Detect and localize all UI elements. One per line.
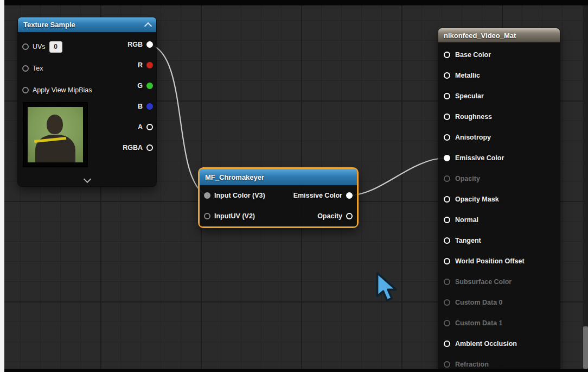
material-pin-label: Refraction [455,361,489,368]
material-node-body: Base ColorMetallicSpecularRoughnessAniso… [438,42,560,372]
material-pin-world-position-offset[interactable]: World Position Offset [444,251,558,272]
material-pin-icon[interactable] [444,52,450,58]
material-pin-icon[interactable] [444,175,450,182]
collapse-up-icon[interactable] [144,22,152,29]
texture-input-row-tex[interactable]: Tex [22,58,92,79]
material-pin-opacity-mask[interactable]: Opacity Mask [444,189,558,210]
material-pin-metallic[interactable]: Metallic [444,65,558,86]
letterbox-top [4,0,588,5]
emissive-color-out-pin-icon[interactable] [346,192,353,199]
material-pin-icon[interactable] [444,155,450,161]
output-pin-icon[interactable] [146,62,153,68]
texture-input-label: Apply View MipBias [33,86,92,94]
texture-output-label: RGB [127,41,143,48]
material-pin-icon[interactable] [444,279,450,285]
material-pin-opacity[interactable]: Opacity [444,168,558,189]
scrollbar-thumb[interactable] [583,326,588,369]
material-pin-label: Custom Data 1 [455,319,503,327]
material-pin-icon[interactable] [444,341,450,347]
material-pin-emissive-color[interactable]: Emissive Color [444,148,558,168]
texture-output-label: B [138,103,143,110]
output-pin-icon[interactable] [146,83,153,89]
material-pin-anisotropy[interactable]: Anisotropy [444,127,558,148]
material-pin-custom-data-0[interactable]: Custom Data 0 [444,292,558,313]
texture-output-row-g[interactable]: G [123,75,153,96]
material-pin-roughness[interactable]: Roughness [444,106,558,127]
material-pin-label: Emissive Color [455,154,504,162]
page-edge-strip [0,0,4,372]
opacity-out-pin-icon[interactable] [346,213,353,219]
material-pin-label: Roughness [455,113,492,121]
material-pin-tangent[interactable]: Tangent [444,230,558,251]
input-color-label: Input Color (V3) [214,192,265,199]
material-pin-icon[interactable] [444,93,450,99]
material-pin-label: Anisotropy [455,134,491,141]
emissive-color-out-label: Emissive Color [293,192,342,199]
input-uv-pin-icon[interactable] [204,213,210,219]
material-pin-list: Base ColorMetallicSpecularRoughnessAniso… [444,45,558,372]
texture-output-label: RGBA [123,144,143,152]
material-pin-custom-data-1[interactable]: Custom Data 1 [444,313,558,333]
material-pin-label: Subsurface Color [455,278,512,286]
material-pin-icon[interactable] [444,299,450,306]
chroma-node-header[interactable]: MF_Chromakeyer [200,169,357,185]
output-pin-icon[interactable] [146,144,153,151]
material-pin-label: Metallic [455,72,480,79]
material-pin-icon[interactable] [444,237,450,244]
material-node-title: nikonfeed_Video_Mat [444,31,516,40]
material-pin-icon[interactable] [444,114,450,120]
texture-node-header[interactable]: Texture Sample [18,17,156,32]
texture-node-body: UVs0TexApply View MipBias RGBRGBARGBA [18,32,156,186]
material-graph-canvas[interactable]: Texture Sample UVs0TexApply View MipBias… [0,0,588,372]
material-pin-label: World Position Offset [455,257,525,265]
texture-output-row-rgb[interactable]: RGB [123,34,153,55]
material-pin-icon[interactable] [444,196,450,203]
texture-node-title: Texture Sample [23,21,75,29]
opacity-out-label: Opacity [317,212,342,220]
material-pin-base-color[interactable]: Base Color [444,45,558,65]
material-pin-ambient-occlusion[interactable]: Ambient Occlusion [444,333,558,354]
material-pin-label: Custom Data 0 [455,299,503,306]
chroma-row-2: InputUV (V2) Opacity [200,206,357,226]
output-pin-icon[interactable] [146,124,153,130]
material-pin-specular[interactable]: Specular [444,86,558,106]
input-color-pin-icon[interactable] [204,192,210,199]
output-pin-icon[interactable] [146,103,153,110]
input-pin-icon[interactable] [22,43,29,50]
output-pin-icon[interactable] [146,41,153,48]
material-pin-icon[interactable] [444,134,450,141]
expand-down-icon[interactable] [83,175,91,183]
material-pin-icon[interactable] [444,258,450,264]
material-node-header[interactable]: nikonfeed_Video_Mat [438,28,560,42]
input-pin-icon[interactable] [22,87,29,93]
material-pin-icon[interactable] [444,361,450,368]
texture-input-label: Tex [33,65,43,72]
node-texture-sample[interactable]: Texture Sample UVs0TexApply View MipBias… [18,17,156,186]
material-pin-label: Opacity Mask [455,196,499,203]
material-pin-normal[interactable]: Normal [444,210,558,230]
texture-output-row-a[interactable]: A [123,117,153,137]
material-pin-icon[interactable] [444,320,450,326]
texture-input-row-apply-view-mipbias[interactable]: Apply View MipBias [22,79,92,101]
texture-output-list: RGBRGBARGBA [123,34,153,158]
input-pin-icon[interactable] [22,65,29,72]
material-pin-icon[interactable] [444,217,450,223]
texture-output-row-b[interactable]: B [123,96,153,117]
material-pin-label: Tangent [455,237,481,244]
texture-preview-frame[interactable] [23,102,88,167]
node-material-result[interactable]: nikonfeed_Video_Mat Base ColorMetallicSp… [438,28,560,372]
texture-output-row-rgba[interactable]: RGBA [123,137,153,158]
texture-output-label: A [138,123,143,131]
material-pin-label: Normal [455,216,478,224]
person-head-shape [47,115,63,134]
node-mf-chromakeyer[interactable]: MF_Chromakeyer Input Color (V3) Emissive… [198,167,359,228]
vertical-scrollbar[interactable] [583,5,588,369]
material-pin-subsurface-color[interactable]: Subsurface Color [444,272,558,292]
wire-emissive-to-material[interactable] [349,158,446,196]
letterbox-bottom [4,369,588,372]
chroma-row-1: Input Color (V3) Emissive Color [200,185,357,206]
material-pin-icon[interactable] [444,72,450,79]
texture-output-row-r[interactable]: R [123,55,153,75]
uvs-value-box[interactable]: 0 [49,41,62,53]
texture-input-row-uvs[interactable]: UVs0 [22,36,92,58]
